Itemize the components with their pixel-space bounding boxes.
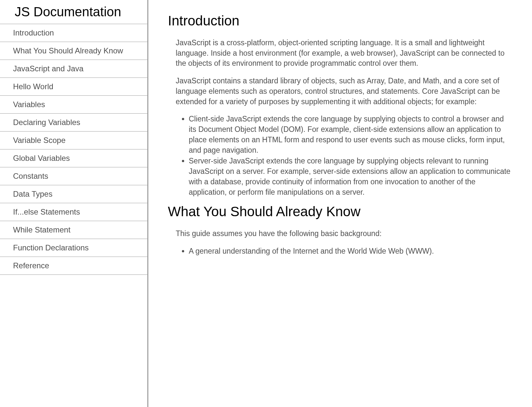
section-heading-what-you-should-already-know: What You Should Already Know — [168, 204, 512, 219]
sidebar-list: Introduction What You Should Already Kno… — [0, 24, 147, 275]
nav-link-variables[interactable]: Variables — [0, 96, 147, 113]
wysak-list-item-1: A general understanding of the Internet … — [189, 246, 512, 257]
nav-link-function-declarations[interactable]: Function Declarations — [0, 239, 147, 257]
wysak-list: A general understanding of the Internet … — [189, 246, 512, 257]
section-heading-introduction: Introduction — [168, 13, 512, 29]
section-introduction: Introduction JavaScript is a cross-platf… — [168, 13, 512, 197]
nav-link-while-statement[interactable]: While Statement — [0, 221, 147, 239]
nav-link-declaring-variables[interactable]: Declaring Variables — [0, 114, 147, 131]
nav-link-hello-world[interactable]: Hello World — [0, 78, 147, 95]
nav-link-if-else-statements[interactable]: If...else Statements — [0, 203, 147, 221]
intro-paragraph-1: JavaScript is a cross-platform, object-o… — [176, 38, 512, 69]
nav-link-data-types[interactable]: Data Types — [0, 185, 147, 203]
section-what-you-should-already-know: What You Should Already Know This guide … — [168, 204, 512, 256]
section-body-what-you-should-already-know: This guide assumes you have the followin… — [176, 229, 512, 256]
nav-link-javascript-and-java[interactable]: JavaScript and Java — [0, 60, 147, 77]
intro-list-item-client-side: Client-side JavaScript extends the core … — [189, 114, 512, 155]
intro-list-item-server-side: Server-side JavaScript extends the core … — [189, 156, 512, 197]
nav-link-variable-scope[interactable]: Variable Scope — [0, 132, 147, 149]
main-content: Introduction JavaScript is a cross-platf… — [148, 0, 532, 407]
wysak-paragraph-1: This guide assumes you have the followin… — [176, 229, 512, 239]
nav-link-reference[interactable]: Reference — [0, 257, 147, 274]
nav-link-introduction[interactable]: Introduction — [0, 24, 147, 42]
intro-list: Client-side JavaScript extends the core … — [189, 114, 512, 197]
nav-link-constants[interactable]: Constants — [0, 167, 147, 185]
sidebar-nav: JS Documentation Introduction What You S… — [0, 0, 148, 407]
intro-paragraph-2: JavaScript contains a standard library o… — [176, 76, 512, 107]
nav-link-global-variables[interactable]: Global Variables — [0, 149, 147, 167]
sidebar-title: JS Documentation — [0, 0, 147, 24]
nav-link-what-you-should-already-know[interactable]: What You Should Already Know — [0, 42, 147, 60]
section-body-introduction: JavaScript is a cross-platform, object-o… — [176, 38, 512, 197]
